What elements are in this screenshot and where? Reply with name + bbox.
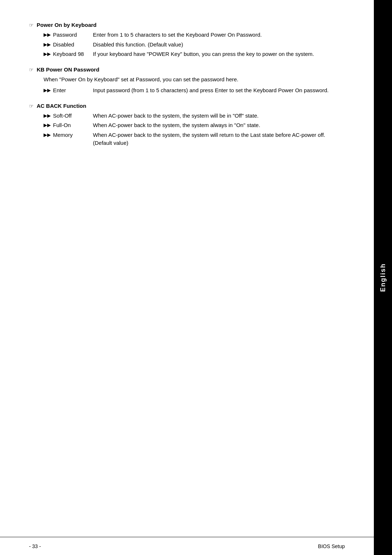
section-header-ac-back-function: ☞AC BACK Function [29,103,345,109]
list-item: ▶▶Full-OnWhen AC-power back to the syste… [44,121,345,130]
bullet-icon: ▶▶ [44,50,51,58]
footer-page: - 33 - [29,543,41,549]
bullet-icon: ▶▶ [44,86,51,95]
list-item: ▶▶DisabledDisabled this function. (Defau… [44,41,345,49]
item-label: Full-On [53,121,93,130]
sidebar-english: English [374,0,392,555]
item-description: Input password (from 1 to 5 characters) … [93,86,345,95]
list-item: ▶▶Keyboard 98If your keyboard have "POWE… [44,50,345,58]
item-label: Disabled [53,41,93,49]
item-description: Enter from 1 to 5 characters to set the … [93,31,345,39]
section-icon-power-on-keyboard: ☞ [29,22,34,28]
item-label: Keyboard 98 [53,50,93,58]
section-header-kb-power-on-password: ☞KB Power ON Password [29,66,345,73]
list-item: ▶▶Soft-OffWhen AC-power back to the syst… [44,112,345,120]
section-power-on-keyboard: ☞Power On by Keyboard▶▶PasswordEnter fro… [29,22,345,58]
item-label: Enter [53,86,93,95]
section-header-power-on-keyboard: ☞Power On by Keyboard [29,22,345,28]
section-note-kb-power-on-password: When "Power On by Keyboard" set at Passw… [44,76,345,84]
item-list-kb-power-on-password: ▶▶EnterInput password (from 1 to 5 chara… [44,86,345,95]
footer: - 33 - BIOS Setup [0,537,374,555]
section-title-power-on-keyboard: Power On by Keyboard [37,22,97,28]
footer-title: BIOS Setup [318,543,345,549]
bullet-icon: ▶▶ [44,41,51,49]
item-list-power-on-keyboard: ▶▶PasswordEnter from 1 to 5 characters t… [44,31,345,58]
page-content: ☞Power On by Keyboard▶▶PasswordEnter fro… [0,0,374,537]
item-description: When AC-power back to the system, the sy… [93,121,345,130]
list-item: ▶▶MemoryWhen AC-power back to the system… [44,131,345,147]
section-kb-power-on-password: ☞KB Power ON PasswordWhen "Power On by K… [29,66,345,95]
section-title-kb-power-on-password: KB Power ON Password [37,66,99,73]
item-description: When AC-power back to the system, the sy… [93,131,345,147]
item-label: Memory [53,131,93,147]
item-list-ac-back-function: ▶▶Soft-OffWhen AC-power back to the syst… [44,112,345,147]
section-icon-kb-power-on-password: ☞ [29,67,34,73]
item-description: Disabled this function. (Default value) [93,41,345,49]
section-icon-ac-back-function: ☞ [29,103,34,109]
list-item: ▶▶PasswordEnter from 1 to 5 characters t… [44,31,345,39]
item-label: Password [53,31,93,39]
bullet-icon: ▶▶ [44,112,51,120]
item-label: Soft-Off [53,112,93,120]
bullet-icon: ▶▶ [44,131,51,147]
bullet-icon: ▶▶ [44,121,51,130]
bullet-icon: ▶▶ [44,31,51,39]
item-description: If your keyboard have "POWER Key" button… [93,50,345,58]
section-ac-back-function: ☞AC BACK Function▶▶Soft-OffWhen AC-power… [29,103,345,147]
item-description: When AC-power back to the system, the sy… [93,112,345,120]
list-item: ▶▶EnterInput password (from 1 to 5 chara… [44,86,345,95]
section-title-ac-back-function: AC BACK Function [37,103,86,109]
sidebar-label: English [379,263,387,292]
